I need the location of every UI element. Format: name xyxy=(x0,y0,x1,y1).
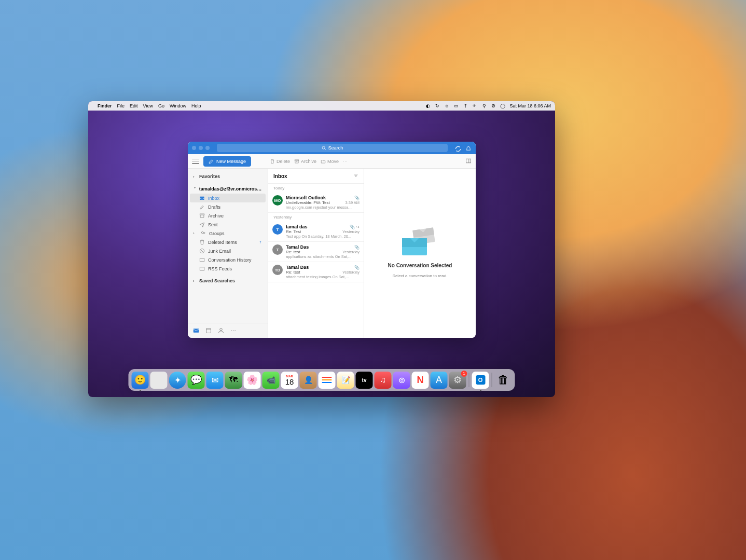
dock-messages[interactable]: 💬 xyxy=(188,372,205,389)
outlook-toolbar: New Message Delete Archive Move ⋯ xyxy=(188,154,476,169)
battery-icon[interactable]: † xyxy=(463,103,468,108)
wifi-icon[interactable]: ᯤ xyxy=(472,103,477,108)
folder-icon xyxy=(199,213,205,218)
dock-launchpad[interactable] xyxy=(150,372,168,389)
account-header[interactable]: › tamaldas@zf3vr.onmicroso... xyxy=(188,184,268,194)
move-button[interactable]: Move xyxy=(321,159,339,164)
archive-button[interactable]: Archive xyxy=(294,159,316,164)
message-item[interactable]: TDTamal Das📎Re: testYesterdayattachment … xyxy=(268,262,364,282)
menubar-app-name[interactable]: Finder xyxy=(98,103,112,108)
chevron-down-icon: › xyxy=(192,187,197,191)
msg-sender: Tamal Das xyxy=(286,244,309,250)
dock-reminders[interactable] xyxy=(319,372,336,389)
dock-outlook[interactable]: O xyxy=(472,372,489,389)
svg-line-10 xyxy=(201,250,204,253)
dock-notes[interactable]: 📝 xyxy=(337,372,354,389)
folder-groups[interactable]: ›Groups xyxy=(188,229,268,238)
menubar-view[interactable]: View xyxy=(143,103,153,108)
dock-finder[interactable]: 🙂 xyxy=(132,372,149,389)
folder-icon xyxy=(199,239,205,245)
folder-deleted-items[interactable]: Deleted Items7 xyxy=(188,238,268,247)
spotlight-icon[interactable]: ⚲ xyxy=(481,103,487,108)
avatar: TD xyxy=(272,265,283,275)
svg-rect-3 xyxy=(466,159,471,163)
menubar-go[interactable]: Go xyxy=(158,103,164,108)
menubar-window[interactable]: Window xyxy=(170,103,186,108)
delete-button[interactable]: Delete xyxy=(270,159,290,164)
saved-searches-header[interactable]: › Saved Searches xyxy=(188,276,268,285)
filter-icon[interactable] xyxy=(353,173,358,179)
dock-mail[interactable]: ✉ xyxy=(206,372,224,389)
folder-inbox[interactable]: Inbox xyxy=(190,194,266,202)
reading-pane: No Conversation Selected Select a conver… xyxy=(364,169,476,338)
folder-label: Junk Email xyxy=(208,249,231,254)
calendar-module-icon[interactable] xyxy=(205,327,212,334)
dock-photos[interactable]: 🌸 xyxy=(244,372,261,389)
dock-maps[interactable]: 🗺 xyxy=(225,372,242,389)
search-input[interactable]: Search xyxy=(217,144,448,152)
folder-label: Drafts xyxy=(208,204,220,210)
new-message-button[interactable]: New Message xyxy=(203,156,251,167)
time-machine-icon[interactable]: ↻ xyxy=(435,103,440,108)
archive-label: Archive xyxy=(301,159,316,164)
dock-music[interactable]: ♫ xyxy=(375,372,392,389)
status-icon[interactable]: ◐ xyxy=(425,103,431,108)
bell-icon[interactable] xyxy=(465,145,472,151)
more-modules[interactable]: ⋯ xyxy=(230,327,237,334)
menubar-datetime[interactable]: Sat Mar 18 6:06 AM xyxy=(509,103,551,108)
folder-drafts[interactable]: Drafts xyxy=(188,202,268,211)
folder-sidebar: › Favorites › tamaldas@zf3vr.onmicroso..… xyxy=(188,169,268,338)
svg-point-16 xyxy=(220,329,223,331)
new-message-label: New Message xyxy=(216,159,246,164)
msg-preview: attachment testing images On Sat,... xyxy=(286,275,360,279)
dock-news[interactable]: N xyxy=(412,372,429,389)
menubar-file[interactable]: File xyxy=(117,103,125,108)
msg-sender: Tamal Das xyxy=(286,265,309,270)
folder-rss-feeds[interactable]: RSS Feeds xyxy=(188,264,268,273)
dock-appstore[interactable]: A xyxy=(431,372,448,389)
sync-icon[interactable] xyxy=(455,145,461,151)
folder-icon xyxy=(199,195,205,201)
window-close[interactable] xyxy=(192,146,196,150)
calendar-day: 18 xyxy=(285,378,294,386)
svg-point-8 xyxy=(203,232,205,234)
hamburger-menu[interactable] xyxy=(192,159,199,164)
mail-module-icon[interactable] xyxy=(193,327,199,334)
svg-rect-2 xyxy=(295,159,299,160)
favorites-label: Favorites xyxy=(199,174,220,179)
message-item[interactable]: TTamal Das📎Re: testYesterdayapplications… xyxy=(268,242,364,262)
search-placeholder: Search xyxy=(328,145,343,151)
msglist-title: Inbox xyxy=(273,173,287,179)
siri-icon[interactable]: ◯ xyxy=(500,103,505,108)
dock-calendar[interactable]: MAR18 xyxy=(281,372,298,389)
window-minimize[interactable] xyxy=(199,146,203,150)
folder-conversation-history[interactable]: Conversation History xyxy=(188,255,268,264)
people-module-icon[interactable] xyxy=(218,327,224,334)
menubar-edit[interactable]: Edit xyxy=(130,103,138,108)
message-item[interactable]: MOMicrosoft Outlook📎Undeliverable: FW: T… xyxy=(268,193,364,213)
dock-podcasts[interactable]: ⊚ xyxy=(393,372,410,389)
msg-time: Yesterday xyxy=(342,270,360,275)
dock-safari[interactable]: ✦ xyxy=(169,372,186,389)
folder-archive[interactable]: Archive xyxy=(188,211,268,220)
control-center-icon[interactable]: ⚙ xyxy=(491,103,496,108)
folder-sent[interactable]: Sent xyxy=(188,220,268,229)
folder-junk-email[interactable]: Junk Email xyxy=(188,247,268,255)
user-icon[interactable]: ☺ xyxy=(444,103,449,108)
avatar: T xyxy=(272,244,283,255)
dock-contacts[interactable]: 👤 xyxy=(300,372,317,389)
settings-badge: 1 xyxy=(461,371,467,377)
window-maximize[interactable] xyxy=(205,146,210,150)
message-item[interactable]: Ttamal das📎↪Re: TestYesterdayTest app On… xyxy=(268,222,364,242)
msg-subject: Re: test xyxy=(286,250,300,254)
display-icon[interactable]: ▭ xyxy=(453,103,459,108)
dock-tv[interactable]: tv xyxy=(356,372,373,389)
menubar-help[interactable]: Help xyxy=(191,103,201,108)
dock-settings[interactable]: ⚙1 xyxy=(449,372,466,389)
dock-facetime[interactable]: 📹 xyxy=(263,372,280,389)
more-actions[interactable]: ⋯ xyxy=(343,159,348,164)
reading-pane-toggle[interactable] xyxy=(465,158,472,165)
dock-trash[interactable]: 🗑 xyxy=(495,372,512,389)
account-label: tamaldas@zf3vr.onmicroso... xyxy=(199,186,263,192)
favorites-header[interactable]: › Favorites xyxy=(188,172,268,181)
